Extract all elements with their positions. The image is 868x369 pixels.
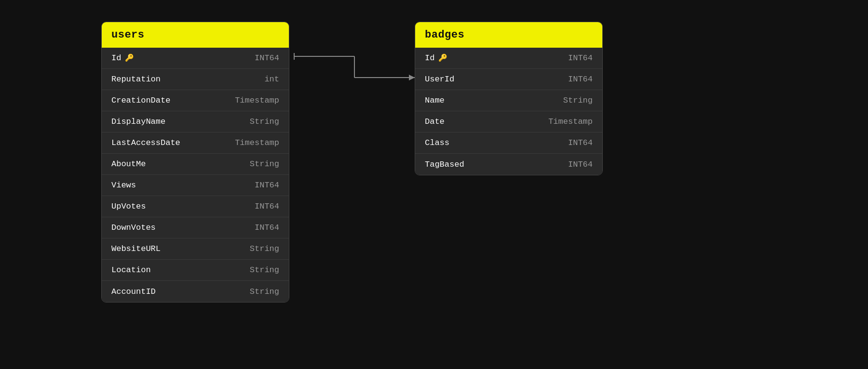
- col-type-lastaccessdate: Timestamp: [235, 138, 279, 147]
- col-type-websiteurl: String: [250, 244, 279, 253]
- col-name-displayname: DisplayName: [111, 117, 165, 126]
- table-row: Location String: [102, 260, 289, 281]
- col-type-views: INT64: [255, 181, 279, 190]
- col-type-downvotes: INT64: [255, 223, 279, 232]
- col-type-id: INT64: [568, 53, 593, 63]
- badges-table[interactable]: badges Id 🔑 INT64 UserId INT64 Name Stri…: [415, 22, 603, 175]
- col-type-userid: INT64: [568, 75, 593, 84]
- col-name-aboutme: AboutMe: [111, 159, 146, 169]
- col-name-lastaccessdate: LastAccessDate: [111, 138, 180, 147]
- col-name-accountid: AccountID: [111, 287, 156, 296]
- col-type-id: INT64: [255, 53, 279, 63]
- key-icon: 🔑: [125, 53, 134, 63]
- col-type-reputation: int: [264, 75, 279, 84]
- table-row: CreationDate Timestamp: [102, 90, 289, 111]
- badges-table-body: Id 🔑 INT64 UserId INT64 Name String Date…: [415, 48, 602, 175]
- col-name-reputation: Reputation: [111, 75, 161, 84]
- col-type-displayname: String: [250, 117, 279, 126]
- table-row: LastAccessDate Timestamp: [102, 132, 289, 154]
- badges-table-header: badges: [415, 22, 602, 48]
- col-type-location: String: [250, 265, 279, 275]
- col-name-websiteurl: WebsiteURL: [111, 244, 161, 253]
- table-row: TagBased INT64: [415, 154, 602, 175]
- col-name-id: Id 🔑: [425, 53, 448, 63]
- col-type-tagbased: INT64: [568, 160, 593, 169]
- users-table[interactable]: users Id 🔑 INT64 Reputation int Creation…: [101, 22, 289, 303]
- table-row: UserId INT64: [415, 69, 602, 90]
- col-name-tagbased: TagBased: [425, 160, 464, 169]
- col-type-aboutme: String: [250, 159, 279, 169]
- key-icon: 🔑: [438, 53, 448, 63]
- col-type-class: INT64: [568, 138, 593, 147]
- col-name-date: Date: [425, 117, 445, 126]
- col-name-userid: UserId: [425, 75, 454, 84]
- col-type-name: String: [563, 96, 593, 105]
- col-name-class: Class: [425, 138, 449, 147]
- col-type-date: Timestamp: [548, 117, 593, 126]
- table-row: DownVotes INT64: [102, 217, 289, 238]
- table-row: Reputation int: [102, 69, 289, 90]
- col-name-views: Views: [111, 181, 136, 190]
- col-name-upvotes: UpVotes: [111, 202, 146, 211]
- col-type-upvotes: INT64: [255, 202, 279, 211]
- table-row: WebsiteURL String: [102, 238, 289, 260]
- table-row: AccountID String: [102, 281, 289, 302]
- col-type-accountid: String: [250, 287, 279, 296]
- col-name-id: Id 🔑: [111, 53, 134, 63]
- col-name-location: Location: [111, 265, 151, 275]
- users-table-body: Id 🔑 INT64 Reputation int CreationDate T…: [102, 48, 289, 302]
- col-name-name: Name: [425, 96, 445, 105]
- table-row: Id 🔑 INT64: [102, 48, 289, 69]
- col-name-creationdate: CreationDate: [111, 96, 170, 105]
- diagram-canvas: users Id 🔑 INT64 Reputation int Creation…: [0, 0, 868, 369]
- col-name-downvotes: DownVotes: [111, 223, 156, 232]
- table-row: Name String: [415, 90, 602, 111]
- users-table-header: users: [102, 22, 289, 48]
- table-row: Id 🔑 INT64: [415, 48, 602, 69]
- table-row: AboutMe String: [102, 154, 289, 175]
- svg-marker-4: [409, 75, 415, 80]
- col-type-creationdate: Timestamp: [235, 96, 279, 105]
- table-row: Views INT64: [102, 175, 289, 196]
- table-row: DisplayName String: [102, 111, 289, 132]
- table-row: Class INT64: [415, 132, 602, 154]
- table-row: Date Timestamp: [415, 111, 602, 132]
- table-row: UpVotes INT64: [102, 196, 289, 217]
